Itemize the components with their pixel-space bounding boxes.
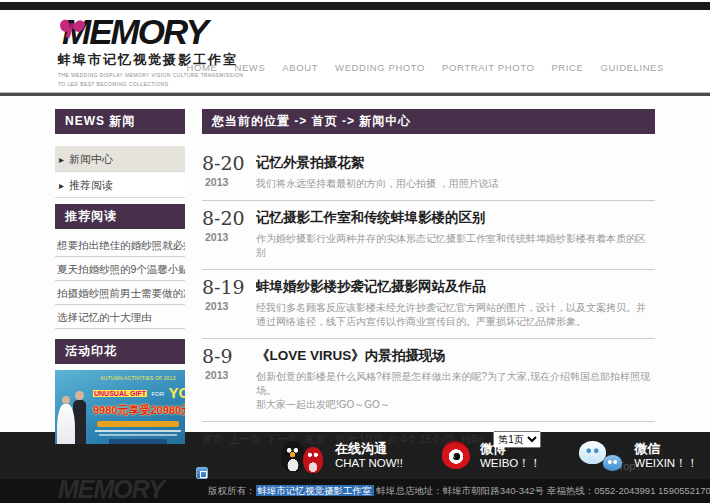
site-logo[interactable]: MEMORY 蚌埠市记忆视觉摄影工作室 THE WEDDING DISPLAY … <box>58 14 268 87</box>
sidebar-menu-label: 推荐阅读 <box>69 179 113 191</box>
social-label-cn: 微信 <box>634 441 698 456</box>
promo-line-1: AUTUMN ACTIVITIES OF 2013 <box>93 375 183 381</box>
promo-line-2: UNUSUAL GIFT FOR YOU <box>93 382 183 401</box>
sidebar-menu-label: 新闻中心 <box>69 153 113 165</box>
news-date: 8-9 2013 <box>202 345 252 412</box>
sidebar-menu-item[interactable]: 新闻中心 <box>55 146 185 172</box>
breadcrumb: 您当前的位置 -> 首页 -> 新闻中心 <box>202 109 655 134</box>
promo-decor-bar <box>99 434 177 436</box>
social-label-en: WEIXIN！！ <box>634 456 698 470</box>
promo-decor-bar <box>109 439 167 444</box>
recommend-item[interactable]: 夏天拍婚纱照的9个温馨小贴士 <box>55 257 185 281</box>
social-block[interactable]: 在线沟通 CHAT NOW!! <box>280 438 403 474</box>
sidebar-promo-header: 活动印花 <box>55 339 185 364</box>
top-black-bar <box>0 2 710 10</box>
sidebar-menu: 新闻中心 推荐阅读 <box>55 146 185 198</box>
promo-decor-bar <box>97 421 179 427</box>
recommend-list: 想要拍出绝佳的婚纱照就必须知夏天拍婚纱照的9个温馨小贴士拍摄婚纱照前男士需要做的… <box>55 233 185 329</box>
weibo-icon <box>441 439 471 472</box>
qq-icon <box>280 438 326 474</box>
social-block[interactable]: 微博 WEIBO！！ <box>441 439 541 472</box>
main-content: 您当前的位置 -> 首页 -> 新闻中心 8-20 2013 记忆外景拍摄花絮 … <box>202 109 655 474</box>
logo-title: MEMORY <box>62 14 268 50</box>
social-label-en: CHAT NOW!! <box>335 456 403 470</box>
recommend-item[interactable]: 选择记忆的十大理由 <box>55 305 185 329</box>
wedding-couple-image <box>57 382 91 444</box>
copyright-text: 版权所有：蚌埠市记忆视觉摄影工作室 蚌埠总店地址：蚌埠市朝阳路340-342号 … <box>208 485 710 498</box>
promo-banner[interactable]: AUTUMN ACTIVITIES OF 2013 UNUSUAL GIFT F… <box>55 370 185 444</box>
nav-item[interactable]: PRICE <box>551 62 583 73</box>
news-date: 8-20 2013 <box>202 207 252 260</box>
social-label-cn: 在线沟通 <box>335 441 403 456</box>
recommend-item[interactable]: 拍摄婚纱照前男士需要做的准备 <box>55 281 185 305</box>
nav-item[interactable]: PORTRAIT PHOTO <box>442 62 534 73</box>
logo-tagline-2: TO LED BEST BECOMING COLLECTIONS <box>58 81 268 87</box>
news-item[interactable]: 8-19 2013 蚌埠婚纱影楼抄袭记忆摄影网站及作品 经我们多名顾客反应该影楼… <box>202 270 655 339</box>
news-title[interactable]: 记忆外景拍摄花絮 <box>256 152 655 174</box>
footer-watermark-logo: MEMORY <box>58 475 164 504</box>
share-icon[interactable] <box>196 467 208 479</box>
footer-copyright-bar: MEMORY 版权所有：蚌埠市记忆视觉摄影工作室 蚌埠总店地址：蚌埠市朝阳路34… <box>0 479 710 503</box>
news-description: 创新创意的影楼是什么风格?样照是怎样做出来的呢?为了大家,现在介绍韩国总部拍样照… <box>256 370 655 412</box>
news-title[interactable]: 记忆摄影工作室和传统蚌埠影楼的区别 <box>256 207 655 229</box>
sidebar: NEWS 新闻 新闻中心 推荐阅读 推荐阅读 想要拍出绝佳的婚纱照就必须知夏天拍… <box>55 109 185 474</box>
social-label-en: WEIBO！！ <box>480 456 541 470</box>
news-item[interactable]: 8-20 2013 记忆摄影工作室和传统蚌埠影楼的区别 作为婚纱摄影行业两种并存… <box>202 201 655 270</box>
triangle-icon <box>59 179 69 191</box>
recommend-item[interactable]: 想要拍出绝佳的婚纱照就必须知 <box>55 233 185 257</box>
pagination-prev[interactable]: 上一页 <box>229 433 261 447</box>
social-label-cn: 微博 <box>480 441 541 456</box>
news-list: 8-20 2013 记忆外景拍摄花絮 我们将永远坚持着最初的方向，用心拍摄 ，用… <box>202 146 655 422</box>
news-description: 经我们多名顾客反应该影楼未经允许抄袭记忆官方网站的图片，设计，以及文案拷贝。并通… <box>256 301 655 329</box>
pagination-first[interactable]: 首页 <box>202 433 223 447</box>
bow-icon <box>60 16 84 38</box>
news-item[interactable]: 8-9 2013 《LOVE VIRUS》内景拍摄现场 创新创意的影楼是什么风格… <box>202 339 655 422</box>
nav-item[interactable]: NEWS <box>234 62 265 73</box>
news-description: 作为婚纱摄影行业两种并存的实体形态记忆摄影工作室和传统蚌埠婚纱影楼有着本质的区别 <box>256 232 655 260</box>
triangle-icon <box>59 153 69 165</box>
nav-item[interactable]: ABOUT <box>282 62 318 73</box>
news-title[interactable]: 蚌埠婚纱影楼抄袭记忆摄影网站及作品 <box>256 276 655 298</box>
news-description: 我们将永远坚持着最初的方向，用心拍摄 ，用照片说话 <box>256 177 655 191</box>
site-header: MEMORY 蚌埠市记忆视觉摄影工作室 THE WEDDING DISPLAY … <box>0 10 710 92</box>
nav-item[interactable]: HOME <box>187 62 218 73</box>
main-nav: HOMENEWSABOUTWEDDING PHOTOPORTRAIT PHOTO… <box>187 62 664 73</box>
news-title[interactable]: 《LOVE VIRUS》内景拍摄现场 <box>256 345 655 367</box>
promo-decor-bar <box>95 430 181 432</box>
news-date: 8-19 2013 <box>202 276 252 329</box>
nav-item[interactable]: WEDDING PHOTO <box>335 62 425 73</box>
nav-item[interactable]: GUIDELINES <box>600 62 664 73</box>
studio-link[interactable]: 蚌埠市记忆视觉摄影工作室 <box>256 485 374 496</box>
sidebar-menu-item[interactable]: 推荐阅读 <box>55 172 185 198</box>
sidebar-news-header: NEWS 新闻 <box>55 109 185 134</box>
sidebar-recommend-header: 推荐阅读 <box>55 204 185 229</box>
news-item[interactable]: 8-20 2013 记忆外景拍摄花絮 我们将永远坚持着最初的方向，用心拍摄 ，用… <box>202 146 655 201</box>
weixin-icon <box>579 439 625 473</box>
social-block[interactable]: 微信 WEIXIN！！ <box>579 439 698 473</box>
news-date: 8-20 2013 <box>202 152 252 191</box>
promo-price-line: 9980元享受20980元 <box>93 403 183 418</box>
